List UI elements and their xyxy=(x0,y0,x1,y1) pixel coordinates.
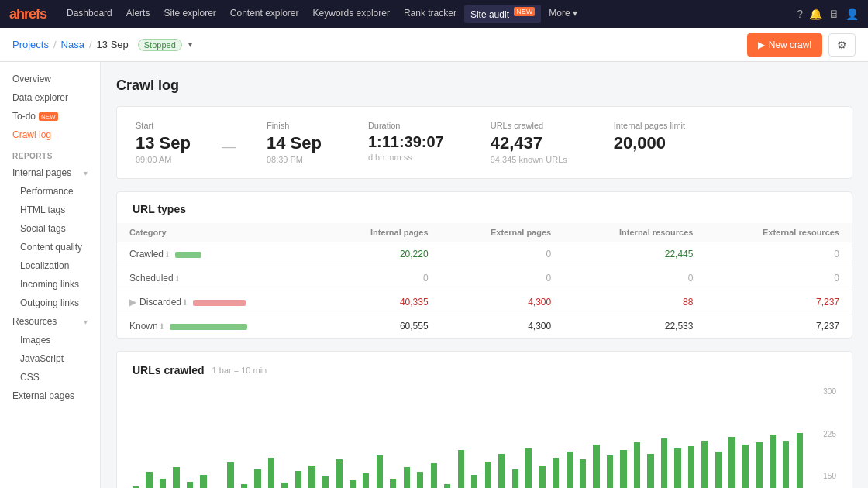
sidebar-item-social-tags[interactable]: Social tags xyxy=(0,219,100,238)
cell-internal-resources[interactable]: 0 xyxy=(563,266,705,290)
cell-internal-pages[interactable]: 60,555 xyxy=(322,314,440,339)
nav-right-icons: ? 🔔 🖥 👤 xyxy=(797,8,859,20)
bar-group xyxy=(336,459,348,488)
bar-group xyxy=(160,479,172,488)
sidebar-item-images[interactable]: Images xyxy=(0,331,100,349)
bar-group xyxy=(647,454,660,488)
nav-more[interactable]: More ▾ xyxy=(542,5,584,23)
bar-green xyxy=(512,469,518,488)
ahrefs-logo[interactable]: ahrefs xyxy=(9,6,46,22)
bar-group xyxy=(783,441,795,488)
bar-green xyxy=(254,469,260,488)
bar-group xyxy=(715,452,728,488)
bar-group xyxy=(567,452,579,488)
user-icon[interactable]: 👤 xyxy=(846,8,859,20)
cell-external-resources[interactable]: 0 xyxy=(705,266,852,290)
info-icon[interactable]: ℹ xyxy=(184,298,187,307)
cell-internal-pages[interactable]: 0 xyxy=(322,266,440,290)
cell-internal-pages[interactable]: 40,335 xyxy=(322,290,440,314)
bar-green xyxy=(268,458,274,488)
nav-site-audit[interactable]: Site audit NEW xyxy=(464,5,541,23)
sidebar-item-crawl-log[interactable]: Crawl log xyxy=(0,125,100,144)
bell-icon[interactable]: 🔔 xyxy=(809,8,822,20)
summary-finish: Finish 14 Sep 08:39 PM xyxy=(267,121,322,164)
sidebar-item-incoming-links[interactable]: Incoming links xyxy=(0,275,100,294)
cell-external-pages[interactable]: 0 xyxy=(441,266,564,290)
nav-content-explorer[interactable]: Content explorer xyxy=(224,5,305,23)
nav-site-explorer[interactable]: Site explorer xyxy=(157,5,222,23)
sidebar-item-overview[interactable]: Overview xyxy=(0,70,100,88)
col-internal-resources: Internal resources xyxy=(563,223,705,242)
bar-green xyxy=(797,433,803,488)
nav-rank-tracker[interactable]: Rank tracker xyxy=(398,5,463,23)
col-internal-pages: Internal pages xyxy=(322,223,440,242)
sidebar-item-content-quality[interactable]: Content quality xyxy=(0,238,100,256)
summary-limit-label: Internal pages limit xyxy=(614,121,685,130)
nav-dashboard[interactable]: Dashboard xyxy=(60,5,119,23)
bar-green xyxy=(146,472,152,488)
info-icon[interactable]: ℹ xyxy=(166,250,169,259)
breadcrumb-nasa[interactable]: Nasa xyxy=(61,39,84,50)
chart-header: URLs crawled 1 bar = 10 min xyxy=(133,364,836,376)
url-types-title: URL types xyxy=(117,192,852,223)
bar-green xyxy=(498,454,505,488)
cell-internal-resources[interactable]: 22,533 xyxy=(563,314,705,339)
help-icon[interactable]: ? xyxy=(797,8,803,20)
bar-green xyxy=(390,479,396,488)
cell-internal-resources[interactable]: 88 xyxy=(563,290,705,314)
bar-group xyxy=(471,475,484,488)
summary-urls-value: 42,437 xyxy=(491,133,567,153)
sidebar-item-data-explorer[interactable]: Data explorer xyxy=(0,88,100,107)
bar-group xyxy=(281,483,294,488)
breadcrumb-projects[interactable]: Projects xyxy=(12,39,49,50)
y-label: 225 xyxy=(813,430,836,438)
bar-group xyxy=(742,445,755,488)
summary-duration-sub: d:hh:mm:ss xyxy=(368,153,444,162)
bar-green xyxy=(322,476,329,488)
bar-green xyxy=(593,445,599,488)
info-icon[interactable]: ℹ xyxy=(160,322,164,331)
bar-group xyxy=(173,467,185,488)
bar-group xyxy=(674,448,687,488)
bar-group xyxy=(241,484,253,488)
summary-urls: URLs crawled 42,437 94,345 known URLs xyxy=(491,121,567,164)
bar-green xyxy=(471,475,477,488)
bar-group xyxy=(322,476,335,488)
bar-green xyxy=(783,441,789,488)
cell-external-resources[interactable]: 7,237 xyxy=(705,290,852,314)
sidebar-item-external-pages[interactable]: External pages xyxy=(0,387,100,405)
bar-green xyxy=(634,442,640,488)
nav-keywords-explorer[interactable]: Keywords explorer xyxy=(307,5,396,23)
sidebar-item-performance[interactable]: Performance xyxy=(0,182,100,201)
bar-group xyxy=(580,459,592,488)
sidebar-item-javascript[interactable]: JavaScript xyxy=(0,349,100,368)
sidebar-item-localization[interactable]: Localization xyxy=(0,256,100,275)
bar-group xyxy=(701,441,714,488)
expand-icon[interactable]: ▶ xyxy=(129,297,136,308)
dropdown-arrow[interactable]: ▾ xyxy=(188,40,192,49)
cell-external-pages[interactable]: 4,300 xyxy=(441,314,564,339)
sidebar-item-html-tags[interactable]: HTML tags xyxy=(0,201,100,219)
bar-green xyxy=(728,437,735,488)
bar-group xyxy=(444,484,456,488)
sidebar-item-internal-pages[interactable]: Internal pages ▾ xyxy=(0,163,100,182)
cell-internal-resources[interactable]: 22,445 xyxy=(563,242,705,266)
cell-internal-pages[interactable]: 20,220 xyxy=(322,242,440,266)
chart-area: 30022515075 xyxy=(133,386,836,488)
cell-external-pages[interactable]: 4,300 xyxy=(441,290,564,314)
breadcrumb-actions: ▶ New crawl ⚙ xyxy=(747,33,856,57)
cell-external-pages[interactable]: 0 xyxy=(441,242,564,266)
cell-external-resources[interactable]: 7,237 xyxy=(705,314,852,339)
bar-group xyxy=(525,448,538,488)
monitor-icon[interactable]: 🖥 xyxy=(828,8,839,20)
bar-green xyxy=(553,458,559,488)
new-crawl-button[interactable]: ▶ New crawl xyxy=(747,33,822,57)
sidebar-item-todo[interactable]: To-do NEW xyxy=(0,107,100,125)
settings-button[interactable]: ⚙ xyxy=(828,33,856,57)
nav-alerts[interactable]: Alerts xyxy=(120,5,157,23)
sidebar-item-css[interactable]: CSS xyxy=(0,368,100,387)
cell-external-resources[interactable]: 0 xyxy=(705,242,852,266)
sidebar-item-resources[interactable]: Resources ▾ xyxy=(0,312,100,331)
info-icon[interactable]: ℹ xyxy=(176,274,179,283)
sidebar-item-outgoing-links[interactable]: Outgoing links xyxy=(0,294,100,312)
